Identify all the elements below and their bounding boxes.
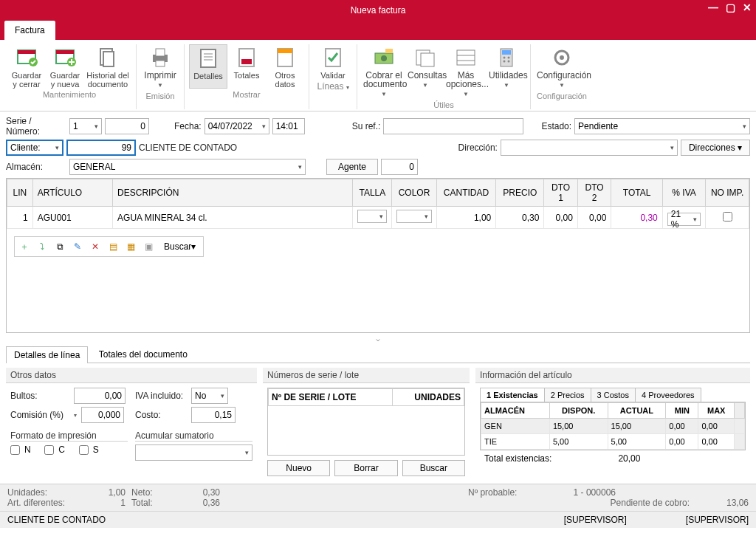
splitter-icon[interactable]: ⌵ xyxy=(0,334,756,343)
svg-point-31 xyxy=(508,57,510,59)
other-data-button[interactable]: Otros datos xyxy=(266,44,304,89)
totals-icon xyxy=(235,46,258,69)
calculator-icon xyxy=(495,46,518,69)
chevron-down-icon: ▼ xyxy=(157,82,163,89)
status-user1: [SUPERVISOR] xyxy=(564,515,627,525)
delete-line-icon[interactable]: ✕ xyxy=(87,238,103,255)
agente-input[interactable] xyxy=(381,159,418,175)
cliente-dropdown[interactable]: Cliente: xyxy=(6,140,63,156)
consultas-icon xyxy=(413,46,437,69)
svg-point-21 xyxy=(381,55,387,61)
edit-line-icon[interactable]: ✎ xyxy=(69,238,86,255)
serie-label: Serie / Número: xyxy=(6,116,66,137)
svg-rect-18 xyxy=(278,49,292,53)
iva-cell[interactable]: 21 % xyxy=(667,213,701,226)
svg-point-35 xyxy=(560,55,564,60)
panel-otros: Otros datos Bultos: Comisión (%)▾ IVA in… xyxy=(6,368,257,481)
gear-icon xyxy=(550,46,574,69)
lower-tabs: Detalles de línea Totales del documento xyxy=(6,346,750,363)
lote-borrar-button[interactable]: Borrar xyxy=(334,460,397,476)
details-button[interactable]: Detalles xyxy=(189,44,227,89)
window-title: Nueva factura xyxy=(351,5,406,16)
stock-row[interactable]: GEN15,0015,000,000,00 xyxy=(481,419,745,434)
almacen-select[interactable]: GENERAL xyxy=(69,159,306,175)
scrollbar[interactable] xyxy=(735,403,745,419)
fmt-s-checkbox[interactable] xyxy=(79,445,89,455)
validate-icon xyxy=(321,46,345,69)
print-icon xyxy=(148,46,172,69)
tab-details[interactable]: Detalles de línea xyxy=(6,346,88,363)
tab-existencias[interactable]: 1 Existencias xyxy=(480,388,545,402)
grid-toolbar: ＋ ⤵ ⧉ ✎ ✕ ▤ ▦ ▣ Buscar ▾ xyxy=(14,236,204,257)
note-icon[interactable]: ▤ xyxy=(105,238,121,255)
titlebar: Nueva factura — ▢ ✕ xyxy=(0,0,756,21)
agente-button[interactable]: Agente xyxy=(326,159,378,175)
numero-input[interactable] xyxy=(105,118,149,134)
lote-nuevo-button[interactable]: Nuevo xyxy=(267,460,330,476)
config-button[interactable]: Configuración▼ xyxy=(535,44,588,90)
svg-rect-24 xyxy=(421,53,434,66)
footer: Unidades:1,00 Neto:0,30 Nº probable:1 - … xyxy=(0,484,756,511)
costo-input[interactable] xyxy=(191,407,236,423)
stock-row[interactable]: TIE5,005,000,000,00 xyxy=(481,434,745,450)
panel-info: Información del artículo 1 Existencias 2… xyxy=(475,368,750,481)
print-button[interactable]: Imprimir▼ xyxy=(141,44,179,90)
svg-rect-7 xyxy=(103,52,114,66)
suref-input[interactable] xyxy=(383,118,523,134)
history-button[interactable]: Historial del documento xyxy=(84,44,131,89)
consultas-button[interactable]: Consultas▼ xyxy=(406,44,444,99)
save-close-button[interactable]: Guardar y cerrar xyxy=(7,44,46,89)
bultos-input[interactable] xyxy=(74,388,126,404)
acumular-select[interactable] xyxy=(135,444,252,461)
color-cell[interactable] xyxy=(396,210,431,223)
copy-line-icon[interactable]: ⧉ xyxy=(52,238,68,255)
direccion-select[interactable] xyxy=(501,140,678,156)
hora-input[interactable] xyxy=(272,118,305,134)
lines-grid[interactable]: LIN ARTÍCULO DESCRIPCIÓN TALLA COLOR CAN… xyxy=(6,178,750,333)
iva-included-select[interactable]: No xyxy=(191,388,228,404)
other-data-icon xyxy=(273,46,297,69)
image-icon[interactable]: ▣ xyxy=(140,238,157,255)
estado-label: Estado: xyxy=(541,121,571,131)
direcciones-button[interactable]: Direcciones ▾ xyxy=(681,140,750,156)
fmt-c-checkbox[interactable] xyxy=(44,445,54,455)
noimp-checkbox[interactable] xyxy=(723,212,732,222)
cliente-name: CLIENTE DE CONTADO xyxy=(139,143,237,153)
close-icon[interactable]: ✕ xyxy=(743,1,752,13)
utilidades-button[interactable]: Utilidades▼ xyxy=(487,44,526,99)
tab-precios[interactable]: 2 Precios xyxy=(544,388,591,402)
fmt-n-checkbox[interactable] xyxy=(10,445,20,455)
cobrar-button[interactable]: Cobrar el documento ▼ xyxy=(362,44,406,99)
add-line-icon[interactable]: ＋ xyxy=(16,238,32,255)
minimize-icon[interactable]: — xyxy=(708,1,718,13)
tab-costos[interactable]: 3 Costos xyxy=(591,388,636,402)
talla-cell[interactable] xyxy=(357,210,387,223)
totals-button[interactable]: Totales xyxy=(227,44,266,89)
lote-buscar-button[interactable]: Buscar xyxy=(402,460,465,476)
panel-lote: Números de serie / lote Nº DE SERIE / LO… xyxy=(263,368,470,481)
svg-rect-25 xyxy=(457,50,475,65)
svg-point-30 xyxy=(504,57,506,59)
tab-factura[interactable]: Factura xyxy=(4,21,55,40)
comision-input[interactable] xyxy=(81,407,124,423)
grid-search-button[interactable]: Buscar ▾ xyxy=(158,238,202,255)
svg-rect-22 xyxy=(385,49,393,53)
maximize-icon[interactable]: ▢ xyxy=(726,1,735,13)
status-bar: CLIENTE DE CONTADO [SUPERVISOR] [SUPERVI… xyxy=(0,511,756,528)
svg-rect-10 xyxy=(156,61,165,66)
serie-select[interactable]: 1 xyxy=(69,118,102,134)
cliente-code-input[interactable] xyxy=(66,140,136,156)
table-row[interactable]: 1 AGU001 AGUA MINERAL 34 cl. 1,00 0,30 0… xyxy=(7,207,749,229)
more-options-button[interactable]: Más opciones... ▼ xyxy=(444,44,487,99)
tab-proveedores[interactable]: 4 Proveedores xyxy=(635,388,701,402)
validate-button[interactable]: Validar xyxy=(314,44,352,80)
tab-totals[interactable]: Totales del documento xyxy=(91,346,196,363)
fecha-input[interactable]: 04/07/2022 xyxy=(205,118,269,134)
insert-line-icon[interactable]: ⤵ xyxy=(34,238,50,255)
save-new-button[interactable]: Guardar y nueva xyxy=(46,44,84,89)
ribbon-tabstrip: Factura xyxy=(0,21,756,40)
field-icon[interactable]: ▦ xyxy=(123,238,139,255)
estado-select[interactable]: Pendiente xyxy=(574,118,750,134)
history-icon xyxy=(96,46,120,69)
svg-rect-29 xyxy=(502,50,511,55)
